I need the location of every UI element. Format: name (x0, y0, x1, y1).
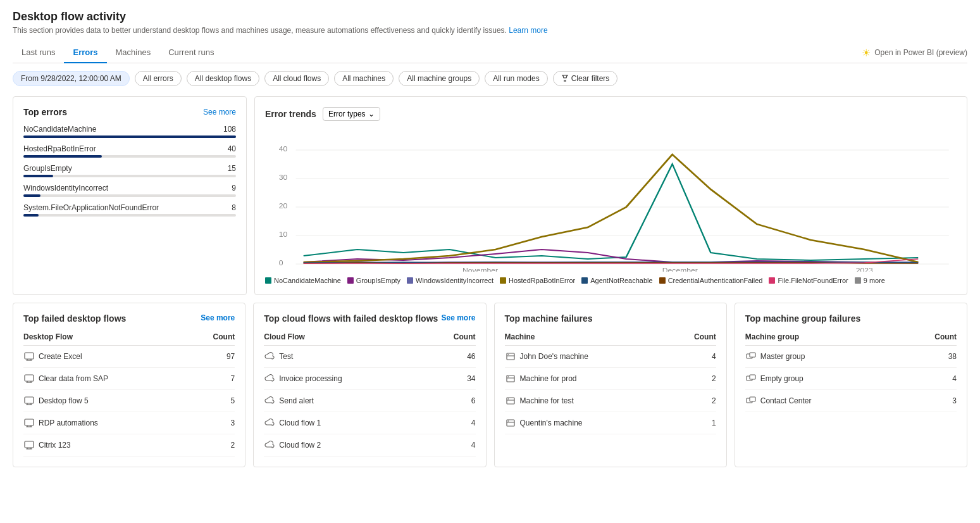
error-bar-bg (23, 175, 236, 177)
machine-count-cell: 2 (672, 368, 716, 390)
error-bar-bg (23, 194, 236, 197)
flow-count-cell: 7 (192, 368, 235, 390)
error-trends-title: Error trends (265, 109, 316, 119)
legend-dot (581, 277, 588, 284)
cloud-flow-icon (264, 417, 275, 429)
machine-name-cell: John Doe's machine (505, 346, 673, 368)
legend-item: GroupIsEmpty (347, 277, 400, 284)
error-bar-bg (23, 155, 236, 158)
error-bar-bg (23, 214, 236, 217)
legend-label: HostedRpaBotInError (509, 277, 575, 284)
legend-item: CredentialAuthenticationFailed (659, 277, 763, 284)
error-name: HostedRpaBotInError (23, 144, 96, 153)
error-types-dropdown[interactable]: Error types ⌄ (323, 107, 380, 121)
table-row: Test 46 (264, 346, 475, 368)
top-desktop-flows-title: Top failed desktop flows (23, 313, 126, 324)
error-name: NoCandidateMachine (23, 125, 96, 134)
top-machine-groups-title: Top machine group failures (745, 313, 861, 324)
machine-group-col-header: Machine group (745, 329, 904, 346)
error-count: 15 (228, 164, 236, 173)
all-cloud-flows-filter[interactable]: All cloud flows (264, 71, 329, 86)
cloud-flow-icon (264, 439, 275, 451)
cloud-flow-col-header: Cloud Flow (264, 329, 429, 346)
svg-rect-25 (25, 419, 34, 425)
legend-item: AgentNotReachable (581, 277, 652, 284)
table-row: Invoice processing 34 (264, 368, 475, 390)
machine-icon (505, 417, 516, 429)
legend-dot (659, 277, 666, 284)
flow-name-cell: Citrix 123 (23, 434, 192, 457)
top-machines-title: Top machine failures (505, 313, 593, 324)
table-row: Contact Center 3 (745, 390, 957, 412)
clear-filters-button[interactable]: Clear filters (553, 71, 618, 86)
tab-last-runs[interactable]: Last runs (13, 42, 64, 63)
error-bar (23, 135, 236, 138)
machine-name-cell: Machine for prod (505, 368, 673, 390)
all-errors-filter[interactable]: All errors (135, 71, 182, 86)
table-row: Cloud flow 2 4 (264, 434, 475, 457)
all-desktop-flows-filter[interactable]: All desktop flows (187, 71, 259, 86)
svg-rect-21 (25, 397, 34, 403)
learn-more-link[interactable]: Learn more (509, 26, 547, 35)
error-item: NoCandidateMachine 108 (23, 125, 236, 138)
machine-group-icon (745, 351, 757, 362)
error-item: WindowsIdentityIncorrect 9 (23, 184, 236, 197)
desktop-count-col-header: Count (192, 329, 235, 346)
svg-rect-33 (507, 353, 514, 360)
svg-rect-29 (25, 441, 34, 448)
all-run-modes-filter[interactable]: All run modes (485, 71, 547, 86)
machine-name-cell: Quentin's machine (505, 412, 673, 434)
table-row: Send alert 6 (264, 390, 475, 412)
flow-name-cell: Clear data from SAP (23, 368, 192, 390)
chart-area: 0 10 20 30 40 November December 2023 (265, 126, 957, 272)
main-grid: Top errors See more NoCandidateMachine 1… (13, 96, 967, 295)
svg-point-41 (507, 398, 509, 400)
svg-text:0: 0 (279, 260, 283, 267)
machine-group-icon (745, 395, 757, 406)
error-count: 9 (232, 184, 236, 192)
machines-table: Machine Count John Doe's machine 4 Machi… (505, 329, 716, 434)
flow-name-cell: Create Excel (23, 346, 192, 368)
error-item: HostedRpaBotInError 40 (23, 144, 236, 158)
svg-text:30: 30 (279, 174, 287, 181)
page-subtitle: This section provides data to better und… (13, 26, 967, 35)
error-bar (23, 214, 39, 217)
tab-current-runs[interactable]: Current runs (159, 42, 223, 63)
all-machine-groups-filter[interactable]: All machine groups (399, 71, 480, 86)
top-desktop-flows-see-more[interactable]: See more (201, 313, 235, 324)
cloud-flow-icon (264, 351, 275, 362)
date-filter[interactable]: From 9/28/2022, 12:00:00 AM (13, 71, 130, 86)
legend-dot (855, 277, 861, 284)
error-trends-card: Error trends Error types ⌄ 0 10 20 30 40 (254, 96, 967, 295)
machine-icon (505, 351, 516, 362)
legend-dot (347, 277, 354, 284)
page-title: Desktop flow activity (13, 10, 967, 23)
power-bi-icon: ☀ (862, 47, 871, 59)
cloud-count-cell: 6 (429, 390, 475, 412)
cloud-name-cell: Invoice processing (264, 368, 429, 390)
svg-point-44 (507, 420, 509, 422)
all-machines-filter[interactable]: All machines (334, 71, 394, 86)
machine-count-cell: 4 (672, 346, 716, 368)
cloud-name-cell: Cloud flow 2 (264, 434, 429, 457)
chevron-down-icon: ⌄ (368, 110, 375, 118)
tab-errors[interactable]: Errors (64, 42, 106, 63)
legend-item: 9 more (855, 277, 885, 284)
svg-rect-13 (25, 353, 34, 359)
cloud-count-cell: 4 (429, 434, 475, 457)
error-count: 108 (223, 125, 236, 134)
group-count-cell: 4 (904, 368, 957, 390)
top-cloud-flows-see-more[interactable]: See more (441, 313, 475, 324)
desktop-flows-table: Desktop Flow Count Create Excel 97 Clear… (23, 329, 235, 457)
machine-count-col-header: Count (672, 329, 716, 346)
top-errors-see-more[interactable]: See more (203, 108, 236, 117)
tab-machines[interactable]: Machines (107, 42, 160, 63)
flow-count-cell: 97 (192, 346, 235, 368)
error-bar (23, 155, 102, 158)
cloud-flow-icon (264, 373, 275, 384)
cloud-count-cell: 4 (429, 412, 475, 434)
machine-group-count-col-header: Count (904, 329, 957, 346)
power-bi-label[interactable]: Open in Power BI (preview) (874, 48, 967, 57)
svg-point-35 (507, 354, 509, 355)
top-machine-groups-card: Top machine group failures Machine group… (735, 303, 967, 467)
